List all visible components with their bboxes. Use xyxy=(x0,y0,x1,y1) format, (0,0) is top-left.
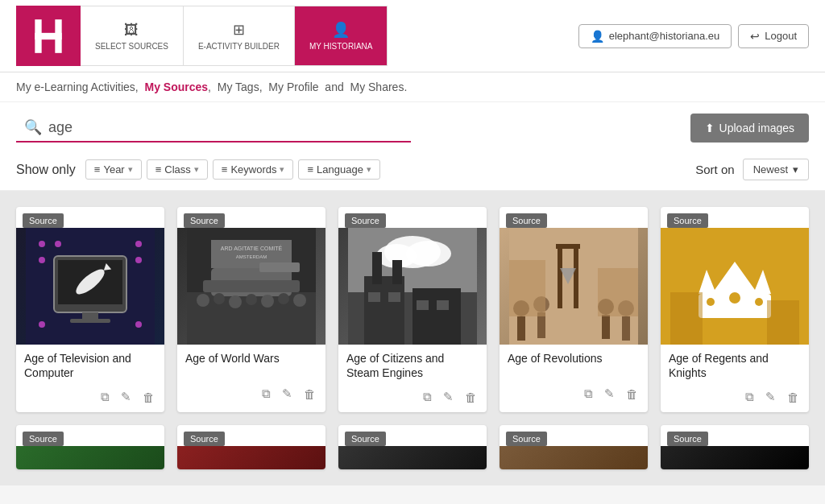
card-steam-image xyxy=(338,228,487,345)
cards-row2: Source Source Source Source Source xyxy=(16,425,809,469)
logout-label: Logout xyxy=(765,30,797,42)
card-steam: Source xyxy=(338,207,487,412)
e-activity-icon: ⊞ xyxy=(233,21,245,39)
card-steam-copy-button[interactable]: ⧉ xyxy=(420,388,435,406)
card-ww-actions: ⧉ ✎ 🗑 xyxy=(177,380,325,409)
year-chevron-icon: ▾ xyxy=(128,164,133,175)
card-tv-delete-button[interactable]: 🗑 xyxy=(139,388,158,406)
sort-value: Newest xyxy=(753,163,788,176)
filter-left: Show only ≡ Year ▾ ≡ Class ▾ ≡ Keywords … xyxy=(16,159,380,180)
year-dropdown[interactable]: ≡ Year ▾ xyxy=(85,159,142,180)
card-steam-delete-button[interactable]: 🗑 xyxy=(462,388,480,406)
upload-images-label: Upload images xyxy=(719,122,794,134)
card-steam-title: Age of Citizens and Steam Engines xyxy=(338,345,487,383)
sort-dropdown[interactable]: Newest ▾ xyxy=(743,159,809,180)
content-area: Source xyxy=(0,191,825,485)
sort-chevron-icon: ▾ xyxy=(793,163,798,176)
svg-rect-43 xyxy=(417,300,429,310)
card-knights-delete-button[interactable]: 🗑 xyxy=(784,388,802,406)
svg-rect-41 xyxy=(368,292,380,302)
card-row2-1: Source xyxy=(16,425,164,469)
keywords-dropdown[interactable]: ≡ Keywords ▾ xyxy=(213,159,294,180)
keywords-label: Keywords xyxy=(230,163,276,176)
nav-my-historiana[interactable]: 👤 MY HISTORIANA xyxy=(295,6,388,66)
user-icon: 👤 xyxy=(591,30,604,43)
svg-rect-39 xyxy=(372,252,382,284)
card-ww-delete-button[interactable]: 🗑 xyxy=(301,385,319,403)
nav-my-sources[interactable]: My Sources xyxy=(145,81,209,93)
card-steam-illustration xyxy=(338,228,487,345)
upload-icon: ⬆ xyxy=(705,122,715,134)
card-ww: Source ARD AGITATIE COMITÉ AMSTERDAM xyxy=(177,207,325,412)
svg-point-25 xyxy=(197,294,209,307)
svg-rect-42 xyxy=(388,292,400,302)
card-rev-delete-button[interactable]: 🗑 xyxy=(623,385,641,403)
language-dropdown[interactable]: ≡ Language ▾ xyxy=(298,159,379,180)
nav-my-historiana-label: MY HISTORIANA xyxy=(309,42,373,51)
card-steam-edit-button[interactable]: ✎ xyxy=(440,388,457,406)
svg-rect-40 xyxy=(392,260,402,284)
select-sources-icon: 🖼 xyxy=(124,22,139,39)
nav-select-sources[interactable]: 🖼 SELECT SOURCES xyxy=(81,6,184,66)
logout-button[interactable]: ↩ Logout xyxy=(738,24,809,48)
language-list-icon: ≡ xyxy=(307,163,313,176)
show-only-label: Show only xyxy=(16,163,76,177)
nav-e-activity[interactable]: ⊞ E-ACTIVITY BUILDER xyxy=(184,6,295,66)
card-ww-copy-button[interactable]: ⧉ xyxy=(259,385,274,403)
sort-on-label: Sort on xyxy=(695,163,734,176)
card-rev-edit-button[interactable]: ✎ xyxy=(601,385,618,403)
card-knights-illustration xyxy=(661,228,809,345)
card-tv-edit-button[interactable]: ✎ xyxy=(118,388,135,406)
search-input[interactable] xyxy=(48,119,403,136)
card-row2-2: Source xyxy=(177,425,325,469)
card-row2-1-badge: Source xyxy=(23,432,64,446)
card-row2-4-badge: Source xyxy=(506,432,547,446)
nav-my-shares[interactable]: My Shares. xyxy=(350,81,407,93)
card-tv-title: Age of Television and Computer xyxy=(16,345,164,383)
svg-point-31 xyxy=(293,294,306,307)
card-tv-illustration xyxy=(16,228,164,345)
logo-area: 🖼 SELECT SOURCES ⊞ E-ACTIVITY BUILDER 👤 … xyxy=(16,6,388,66)
nav-my-elearning[interactable]: My e-Learning Activities xyxy=(16,81,135,93)
card-rev-copy-button[interactable]: ⧉ xyxy=(581,385,596,403)
card-row2-5-badge: Source xyxy=(667,432,708,446)
svg-rect-38 xyxy=(412,288,461,345)
card-knights-badge: Source xyxy=(667,213,708,228)
card-ww-title: Age of World Wars xyxy=(177,345,325,380)
card-knights-title: Age of Regents and Knights xyxy=(661,345,809,383)
svg-rect-66 xyxy=(670,292,703,345)
card-tv-copy-button[interactable]: ⧉ xyxy=(97,388,113,406)
nav-my-tags[interactable]: My Tags xyxy=(218,81,259,93)
card-ww-illustration: ARD AGITATIE COMITÉ AMSTERDAM xyxy=(177,228,325,345)
keywords-chevron-icon: ▾ xyxy=(280,164,284,175)
upload-images-button[interactable]: ⬆ Upload images xyxy=(690,114,809,143)
svg-rect-23 xyxy=(203,280,300,292)
my-historiana-icon: 👤 xyxy=(332,21,350,39)
class-dropdown[interactable]: ≡ Class ▾ xyxy=(147,159,208,180)
logo-icon xyxy=(28,16,68,56)
nav-icons: 🖼 SELECT SOURCES ⊞ E-ACTIVITY BUILDER 👤 … xyxy=(81,6,388,66)
nav-my-profile[interactable]: My Profile xyxy=(268,81,318,93)
search-icon: 🔍 xyxy=(24,118,42,136)
card-rev-title: Age of Revolutions xyxy=(500,345,648,380)
svg-point-29 xyxy=(261,295,274,308)
class-list-icon: ≡ xyxy=(155,163,162,176)
card-rev-illustration xyxy=(500,228,648,345)
nav-bar: My e-Learning Activities, My Sources, My… xyxy=(0,72,825,102)
card-knights-edit-button[interactable]: ✎ xyxy=(762,388,779,406)
svg-rect-16 xyxy=(70,319,110,323)
year-list-icon: ≡ xyxy=(94,163,101,176)
card-knights-copy-button[interactable]: ⧉ xyxy=(742,388,757,406)
svg-rect-2 xyxy=(35,32,61,39)
svg-text:ARD AGITATIE COMITÉ: ARD AGITATIE COMITÉ xyxy=(221,245,283,251)
nav-select-sources-label: SELECT SOURCES xyxy=(95,42,168,51)
svg-point-28 xyxy=(246,294,257,305)
svg-point-65 xyxy=(755,298,763,306)
card-ww-edit-button[interactable]: ✎ xyxy=(279,385,296,403)
svg-rect-44 xyxy=(437,300,449,310)
svg-text:AMSTERDAM: AMSTERDAM xyxy=(236,254,267,259)
user-email-button[interactable]: 👤 elephant@historiana.eu xyxy=(578,24,732,48)
svg-point-26 xyxy=(214,293,225,304)
search-area: 🔍 ⬆ Upload images xyxy=(0,102,825,151)
user-email-label: elephant@historiana.eu xyxy=(609,30,720,42)
